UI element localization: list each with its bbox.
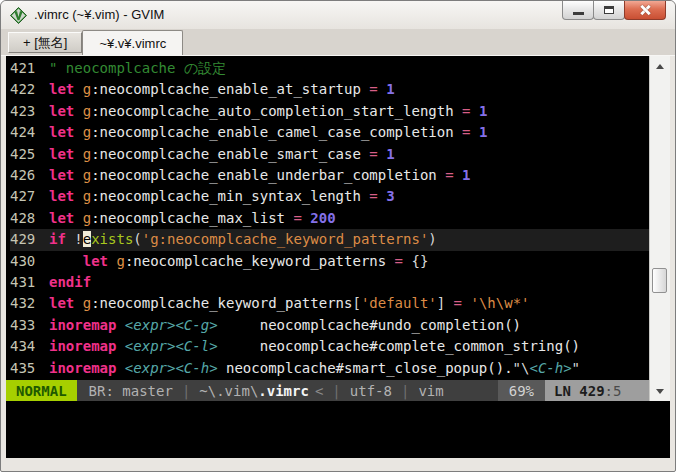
- syntax-segment: if: [49, 231, 74, 247]
- syntax-segment: :neocomplcache_enable_at_startup: [91, 81, 361, 97]
- code-line: 429if !exists('g:neocomplcache_keyword_p…: [10, 229, 649, 250]
- line-number: 432: [10, 293, 40, 314]
- code-line: 433inoremap <expr><C-g> neocomplcache#un…: [10, 315, 649, 336]
- line-number: 427: [10, 186, 40, 207]
- close-button[interactable]: [624, 1, 666, 20]
- cursor-position: LN 429:5: [545, 380, 649, 401]
- syntax-segment: =: [285, 210, 310, 226]
- minimize-icon: [573, 12, 584, 15]
- syntax-segment: (: [133, 231, 141, 247]
- statusline-info: BR: master | ~\.vim\ .vimrc < | utf-8 | …: [77, 380, 498, 401]
- statusline-separator: |: [392, 383, 418, 399]
- syntax-segment: let: [49, 188, 83, 204]
- vim-logo-icon: [10, 7, 27, 24]
- line-number: 433: [10, 315, 40, 336]
- syntax-segment: xists: [91, 231, 133, 247]
- syntax-segment: 'default': [361, 295, 437, 311]
- vertical-scrollbar[interactable]: [649, 56, 670, 401]
- syntax-segment: 1: [462, 167, 470, 183]
- syntax-segment: <expr><C-g>: [125, 317, 218, 333]
- file-encoding: utf-8: [350, 383, 392, 399]
- code-line: 431endif: [10, 272, 649, 293]
- syntax-segment: g: [83, 124, 91, 140]
- code-line: 423let g:neocomplcache_auto_completion_s…: [10, 101, 649, 122]
- syntax-segment: <expr><C-l>: [125, 338, 218, 354]
- syntax-segment: let: [49, 81, 83, 97]
- syntax-segment: :neocomplcache_keyword_patterns: [125, 253, 386, 269]
- arrow-up-icon: [656, 64, 664, 69]
- maximize-icon: [604, 6, 614, 14]
- close-icon: [639, 4, 651, 16]
- line-number: 425: [10, 144, 40, 165]
- line-number: 435: [10, 358, 40, 379]
- syntax-segment: :neocomplcache_auto_completion_start_len…: [91, 103, 453, 119]
- cursor-column-number: :5: [605, 383, 622, 399]
- gvim-window: .vimrc (~¥.vim) - GVIM + [無名] ~¥.v¥.vimr…: [0, 0, 676, 472]
- tab-vimrc[interactable]: ~¥.v¥.vimrc: [82, 30, 183, 55]
- text-cursor: e: [83, 231, 91, 247]
- code-line: 425let g:neocomplcache_enable_smart_case…: [10, 144, 649, 165]
- scrollbar-thumb[interactable]: [652, 268, 667, 293]
- syntax-segment: 1: [479, 124, 487, 140]
- syntax-segment: :neocomplcache_enable_smart_case: [91, 146, 361, 162]
- syntax-segment: :neocomplcache_enable_underbar_completio…: [91, 167, 437, 183]
- statusline-separator: |: [323, 383, 349, 399]
- syntax-segment: {}: [411, 253, 428, 269]
- syntax-segment: :neocomplcache_min_syntax_length: [91, 188, 361, 204]
- syntax-segment: g: [116, 253, 124, 269]
- syntax-segment: g: [83, 167, 91, 183]
- syntax-segment: 1: [386, 146, 394, 162]
- truncate-marker: <: [309, 383, 323, 399]
- syntax-segment: inoremap: [49, 360, 125, 376]
- scroll-down-button[interactable]: [650, 383, 670, 399]
- syntax-segment: !: [74, 231, 82, 247]
- line-number: 422: [10, 79, 40, 100]
- syntax-segment: neocomplcache#undo_completion(): [218, 317, 521, 333]
- syntax-segment: =: [454, 124, 479, 140]
- code-line: 430 let g:neocomplcache_keyword_patterns…: [10, 251, 649, 272]
- line-number: 423: [10, 101, 40, 122]
- syntax-segment: <C-h>: [529, 360, 571, 376]
- maximize-button[interactable]: [593, 1, 625, 20]
- command-line-area[interactable]: [6, 401, 670, 458]
- syntax-segment: ]: [437, 295, 445, 311]
- git-branch: BR: master: [77, 383, 173, 399]
- code-lines[interactable]: 421" neocomplcache の設定422let g:neocomplc…: [6, 56, 649, 380]
- code-line: 421" neocomplcache の設定: [10, 58, 649, 79]
- syntax-segment: let: [49, 167, 83, 183]
- syntax-segment: let: [49, 146, 83, 162]
- syntax-segment: "\: [513, 360, 530, 376]
- line-number: 421: [10, 58, 40, 79]
- syntax-segment: " neocomplcache の設定: [49, 60, 226, 76]
- syntax-segment: g: [83, 210, 91, 226]
- scroll-percent: 69%: [498, 380, 545, 401]
- title-bar[interactable]: .vimrc (~¥.vim) - GVIM: [1, 1, 675, 29]
- syntax-segment: ): [428, 231, 436, 247]
- syntax-segment: g: [83, 146, 91, 162]
- tab-new-buffer[interactable]: + [無名]: [8, 32, 82, 53]
- syntax-segment: =: [454, 103, 479, 119]
- syntax-segment: :neocomplcache_max_list: [91, 210, 285, 226]
- cursor-line-number: LN 429: [554, 383, 605, 399]
- line-number: 428: [10, 208, 40, 229]
- syntax-segment: :neocomplcache_enable_camel_case_complet…: [91, 124, 453, 140]
- code-line: 422let g:neocomplcache_enable_at_startup…: [10, 79, 649, 100]
- line-number: 434: [10, 336, 40, 357]
- syntax-segment: [49, 253, 83, 269]
- window-title: .vimrc (~¥.vim) - GVIM: [34, 7, 164, 23]
- line-number: 430: [10, 251, 40, 272]
- line-number: 431: [10, 272, 40, 293]
- window-controls: [563, 1, 666, 20]
- minimize-button[interactable]: [562, 1, 594, 20]
- syntax-segment: g: [83, 295, 91, 311]
- line-number: 429: [10, 229, 40, 250]
- syntax-segment: =: [445, 295, 470, 311]
- code-line: 432let g:neocomplcache_keyword_patterns[…: [10, 293, 649, 314]
- code-line: 428let g:neocomplcache_max_list = 200: [10, 208, 649, 229]
- syntax-segment: g: [83, 103, 91, 119]
- syntax-segment: 'g:neocomplcache_keyword_patterns': [142, 231, 429, 247]
- syntax-segment: '\h\w*': [470, 295, 529, 311]
- syntax-segment: 1: [386, 81, 394, 97]
- editor-column: 421" neocomplcache の設定422let g:neocomplc…: [6, 56, 649, 401]
- scroll-up-button[interactable]: [650, 58, 670, 74]
